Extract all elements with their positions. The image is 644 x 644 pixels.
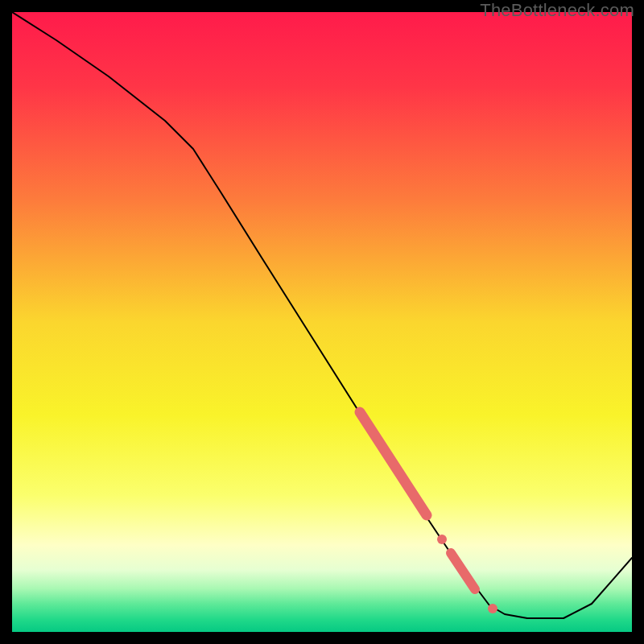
chart-container: TheBottleneck.com <box>0 0 644 644</box>
plot-area <box>12 12 632 632</box>
highlight-dot-1 <box>437 535 447 544</box>
highlight-dot-2 <box>488 604 497 613</box>
watermark-text: TheBottleneck.com <box>480 0 634 21</box>
chart-svg <box>12 12 632 632</box>
chart-background <box>12 12 632 632</box>
